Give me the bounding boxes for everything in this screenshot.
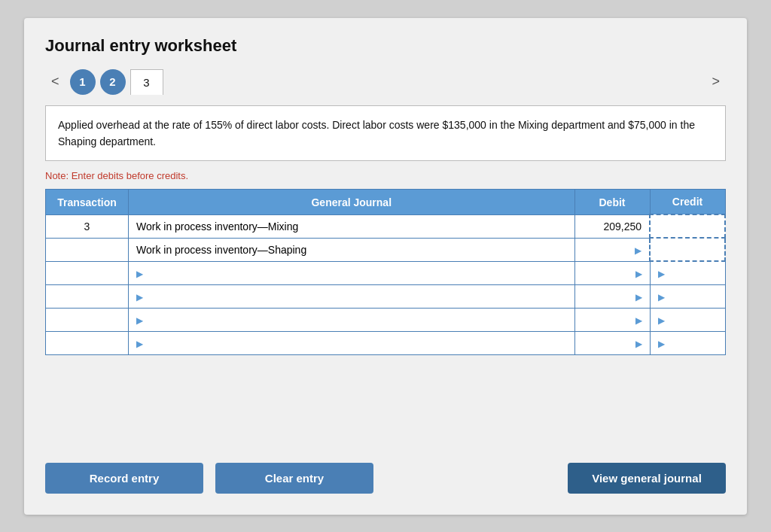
transaction-cell	[46, 285, 129, 309]
transaction-cell: 3	[46, 214, 129, 238]
arrow-icon: ▶	[136, 315, 143, 326]
journal-cell[interactable]: ▶	[129, 332, 575, 355]
debit-cell[interactable]: ▶	[574, 332, 650, 355]
record-entry-button[interactable]: Record entry	[45, 463, 203, 494]
description-text: Applied overhead at the rate of 155% of …	[58, 119, 695, 147]
credit-cell[interactable]: ▶	[650, 332, 725, 355]
arrow-icon: ▶	[635, 269, 642, 279]
note-text: Note: Enter debits before credits.	[45, 170, 726, 181]
col-general-journal: General Journal	[129, 190, 575, 215]
debit-cell[interactable]: ▶	[574, 238, 650, 261]
arrow-icon: ▶	[136, 339, 143, 349]
table-row: ▶▶▶	[46, 285, 726, 309]
credit-cell[interactable]	[650, 238, 725, 261]
journal-cell[interactable]: ▶	[129, 309, 575, 332]
debit-cell[interactable]: ▶	[574, 285, 650, 309]
table-row: ▶▶▶	[46, 309, 726, 332]
journal-table-wrapper: Transaction General Journal Debit Credit…	[45, 189, 726, 447]
table-row: Work in process inventory—Shaping▶	[46, 238, 726, 261]
credit-cell[interactable]: ▶	[650, 261, 725, 285]
arrow-icon: ▶	[635, 315, 642, 326]
journal-cell[interactable]: Work in process inventory—Shaping	[129, 238, 575, 261]
clear-entry-button[interactable]: Clear entry	[215, 463, 373, 494]
tab-2[interactable]: 2	[100, 69, 126, 95]
journal-entry-worksheet: Journal entry worksheet < 1 2 3 > Applie…	[24, 18, 747, 515]
view-general-journal-button[interactable]: View general journal	[568, 463, 726, 494]
transaction-cell	[46, 238, 129, 261]
arrow-icon: ▶	[658, 339, 665, 349]
journal-table: Transaction General Journal Debit Credit…	[45, 189, 726, 355]
table-row: ▶▶▶	[46, 332, 726, 355]
table-row: ▶▶▶	[46, 261, 726, 285]
next-arrow[interactable]: >	[705, 71, 726, 93]
prev-arrow[interactable]: <	[45, 71, 66, 93]
tab-1[interactable]: 1	[70, 69, 96, 95]
arrow-icon: ▶	[658, 315, 665, 326]
arrow-icon: ▶	[136, 269, 143, 279]
tab-navigation: < 1 2 3 >	[45, 69, 726, 95]
arrow-icon: ▶	[635, 245, 641, 256]
journal-cell[interactable]: ▶	[129, 285, 575, 309]
journal-cell[interactable]: ▶	[129, 261, 575, 285]
credit-cell[interactable]	[650, 214, 725, 238]
arrow-icon: ▶	[635, 292, 642, 302]
debit-cell[interactable]: ▶	[574, 261, 650, 285]
transaction-cell	[46, 261, 129, 285]
credit-cell[interactable]: ▶	[650, 285, 725, 309]
debit-cell[interactable]: 209,250	[574, 214, 650, 238]
tab-nav-inner: 1 2 3	[70, 69, 702, 95]
tab-3[interactable]: 3	[130, 69, 163, 95]
button-row: Record entry Clear entry View general jo…	[45, 463, 726, 494]
table-row: 3Work in process inventory—Mixing209,250	[46, 214, 726, 238]
debit-cell[interactable]: ▶	[574, 309, 650, 332]
col-debit: Debit	[574, 190, 650, 215]
arrow-icon: ▶	[658, 292, 665, 302]
arrow-icon: ▶	[658, 269, 665, 279]
col-transaction: Transaction	[46, 190, 129, 215]
arrow-icon: ▶	[136, 292, 143, 302]
description-box: Applied overhead at the rate of 155% of …	[45, 105, 726, 162]
arrow-icon: ▶	[635, 339, 642, 349]
credit-cell[interactable]: ▶	[650, 309, 725, 332]
page-title: Journal entry worksheet	[45, 36, 726, 56]
col-credit: Credit	[650, 190, 725, 215]
transaction-cell	[46, 332, 129, 355]
transaction-cell	[46, 309, 129, 332]
journal-cell[interactable]: Work in process inventory—Mixing	[129, 214, 575, 238]
